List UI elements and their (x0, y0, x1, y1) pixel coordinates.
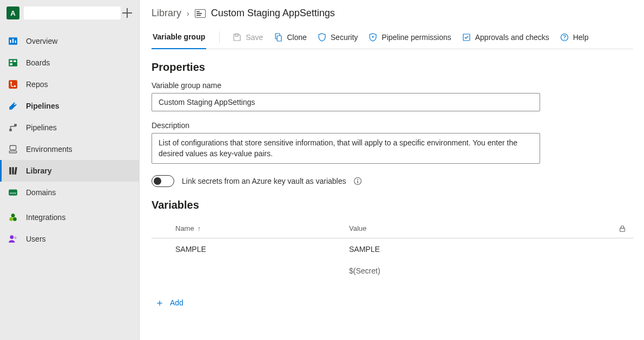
svg-rect-12 (9, 129, 12, 131)
clone-label: Clone (287, 33, 307, 42)
svg-rect-18 (14, 167, 17, 175)
name-label: Variable group name (152, 81, 633, 90)
org-name-placeholder[interactable] (24, 6, 121, 19)
environments-icon (8, 144, 18, 155)
toolbar-separator (219, 31, 220, 43)
sidebar-item-repos[interactable]: Repos (0, 74, 139, 95)
sidebar-label: Boards (26, 58, 50, 67)
pipeline-permissions-icon (369, 33, 377, 42)
sidebar-label: Overview (26, 37, 57, 45)
svg-rect-14 (10, 145, 16, 150)
sidebar-item-library[interactable]: Library (0, 160, 139, 182)
breadcrumb-current: Custom Staging AppSettings (211, 8, 335, 19)
col-value-header[interactable]: Value (349, 224, 612, 232)
svg-point-36 (564, 38, 565, 39)
pipeline-permissions-button[interactable]: Pipeline permissions (363, 25, 456, 49)
security-label: Security (331, 33, 358, 42)
var-value: SAMPLE (349, 245, 612, 254)
svg-point-24 (10, 235, 14, 239)
svg-point-33 (372, 36, 374, 37)
svg-rect-2 (12, 39, 14, 43)
sidebar-label: Library (26, 166, 51, 175)
shield-icon (318, 33, 326, 42)
var-value: $(Secret) (349, 266, 612, 275)
table-row[interactable]: SAMPLE SAMPLE (152, 238, 633, 260)
sidebar-label: Integrations (26, 213, 65, 222)
sidebar-item-pipelines[interactable]: Pipelines (0, 95, 139, 117)
info-icon[interactable] (353, 177, 362, 185)
field-description: Description (152, 121, 633, 165)
breadcrumb: Library › Custom Staging AppSettings (152, 8, 633, 19)
sidebar-item-environments[interactable]: Environments (0, 138, 139, 160)
sidebar-label: Pipelines (26, 102, 59, 110)
svg-point-21 (11, 214, 15, 217)
sort-ascending-icon: ↑ (198, 225, 201, 232)
svg-rect-17 (12, 167, 14, 175)
properties-heading: Properties (152, 61, 633, 74)
sidebar-item-boards[interactable]: Boards (0, 52, 139, 74)
svg-rect-7 (10, 63, 12, 65)
library-icon (8, 165, 18, 176)
svg-rect-32 (277, 36, 281, 41)
svg-rect-8 (9, 80, 17, 89)
link-secrets-toggle[interactable] (152, 175, 174, 187)
pipelines-icon (8, 101, 18, 111)
add-variable-button[interactable]: ＋ Add (152, 298, 633, 308)
sidebar: A Overview Boards Repos (0, 0, 140, 340)
sidebar-label: Repos (26, 80, 48, 89)
overview-icon (8, 36, 18, 46)
col-value-label: Value (349, 224, 366, 232)
table-row[interactable]: $(Secret) (152, 260, 633, 282)
org-badge[interactable]: A (6, 6, 19, 19)
svg-rect-5 (10, 61, 12, 62)
svg-point-22 (9, 217, 13, 221)
save-button[interactable]: Save (227, 25, 268, 49)
breadcrumb-root[interactable]: Library (152, 8, 181, 19)
help-button[interactable]: Help (555, 25, 594, 49)
svg-rect-1 (10, 40, 11, 43)
svg-point-38 (358, 179, 359, 180)
svg-rect-28 (196, 13, 202, 14)
col-name-header[interactable]: Name ↑ (152, 224, 349, 232)
var-name: SAMPLE (152, 245, 349, 254)
svg-point-9 (10, 82, 12, 83)
domains-icon: www (8, 187, 18, 198)
link-secrets-label: Link secrets from an Azure key vault as … (182, 177, 346, 185)
sidebar-nav: Overview Boards Repos Pipelines Pipeline… (0, 30, 139, 250)
breadcrumb-separator: › (187, 9, 189, 18)
svg-text:www: www (10, 191, 17, 195)
approvals-icon (462, 33, 471, 42)
repos-icon (8, 79, 18, 90)
security-button[interactable]: Security (312, 25, 364, 49)
description-input[interactable] (152, 133, 540, 164)
svg-rect-27 (196, 11, 200, 12)
sidebar-label: Pipelines (26, 123, 57, 132)
pipeline-permissions-label: Pipeline permissions (382, 33, 451, 42)
sidebar-label: Users (26, 235, 46, 243)
svg-rect-16 (9, 167, 11, 175)
sidebar-item-users[interactable]: Users (0, 228, 139, 250)
variables-heading: Variables (152, 199, 633, 211)
new-project-button[interactable] (121, 6, 134, 19)
help-label: Help (573, 33, 589, 42)
svg-rect-40 (620, 228, 625, 231)
boards-icon (8, 57, 18, 68)
integrations-icon (8, 212, 18, 223)
tab-variable-group[interactable]: Variable group (152, 25, 206, 49)
svg-rect-30 (235, 34, 238, 36)
table-header: Name ↑ Value (152, 219, 633, 238)
sidebar-item-overview[interactable]: Overview (0, 30, 139, 52)
users-icon (8, 234, 18, 244)
sidebar-label: Domains (26, 188, 56, 197)
name-input[interactable] (152, 93, 540, 111)
clone-icon (274, 33, 282, 42)
approvals-button[interactable]: Approvals and checks (457, 25, 555, 49)
sidebar-label: Environments (26, 145, 73, 154)
main-content: Library › Custom Staging AppSettings Var… (140, 0, 644, 340)
sidebar-item-integrations[interactable]: Integrations (0, 206, 139, 228)
col-name-label: Name (175, 224, 194, 232)
sidebar-item-domains[interactable]: www Domains (0, 182, 139, 203)
add-label: Add (170, 298, 183, 307)
sidebar-item-pipelines-sub[interactable]: Pipelines (0, 117, 139, 138)
clone-button[interactable]: Clone (268, 25, 312, 49)
